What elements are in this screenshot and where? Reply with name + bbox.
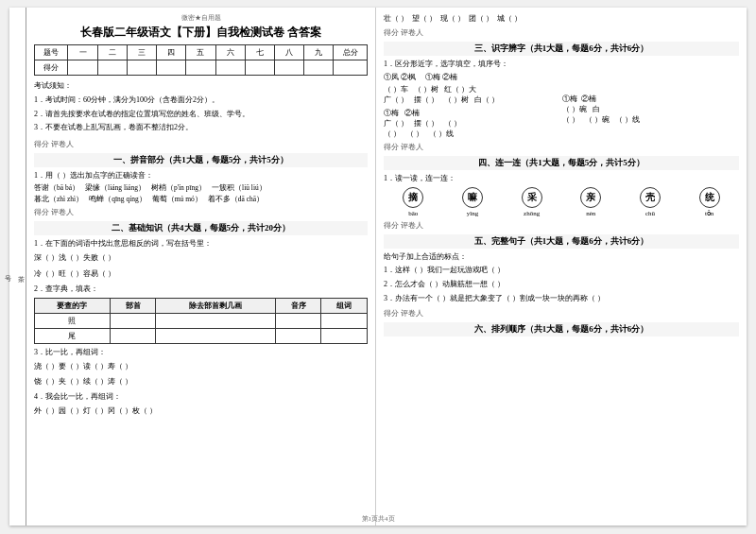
section5-title: 五、完整句子（共1大题，每题6分，共计6分） [384,234,739,249]
right-score-bar-2-text: 得分 评卷人 [384,142,423,152]
connect-circle-5: 统 [699,187,720,208]
section1-pinyin: 答谢（bā bá） 梁缘（liáng liáng） 树梢（p'ín pīng） … [34,183,368,193]
lookup-h2: 除去部首剩几画 [156,298,275,313]
lookup-h3: 音序 [275,298,321,313]
connect-item-3: 亲 nèn [580,187,601,217]
section3-grid: （ ）车 （ ）树 红（ ）大 广（ ） 摆（ ） （ ）树 白（ ） ①梅 ②… [384,84,739,139]
connect-pinyin-3: nèn [586,210,595,217]
score-row-6 [215,60,245,76]
blank-0: 壮（ ） [384,13,408,24]
left-margin: 茶 号 姓名 班级 学校 成绩（班戳） [9,8,26,525]
lookup-word-1 [321,328,368,343]
score-table: 题号 一 二 三 四 五 六 七 八 九 总分 得分 [34,44,368,76]
right-score-bar-1: 得分 评卷人 [384,27,739,38]
right-top-blanks: 壮（ ） 望（ ） 现（ ） 团（ ） 城（ ） [384,13,739,24]
lookup-h4: 组词 [321,298,368,313]
exam-page: 茶 号 姓名 班级 学校 成绩（班戳） 微密★自用题 长春版二年级语文【下册】自… [9,8,747,525]
score-bar-1-text: 得分 评卷人 [34,139,74,149]
pinyin-2: 树梢（p'ín pīng） [151,183,206,193]
left-column: 微密★自用题 长春版二年级语文【下册】自我检测试卷 含答案 题号 一 二 三 四… [26,8,376,525]
instructions-item-2: 3．不要在试卷上乱写乱画，卷面不整洁扣2分。 [34,122,368,134]
score-header-1: 一 [68,45,97,60]
section3-q1: 1．区分形近字，选字填空，填序号： [384,59,739,70]
connect-pinyin-0: bāo [408,210,418,217]
score-row-5 [186,60,215,76]
score-header-10: 总分 [334,45,368,60]
section3-title: 三、识字辨字（共1大题，每题6分，共计6分） [384,42,739,56]
section2-title: 二、基础知识（共4大题，每题5分，共计20分） [34,221,368,235]
connect-circle-1: 嘛 [462,187,483,208]
antonym-row-1: 深（ ）浅（ ）失败（ ） [34,251,368,265]
antonym-row-2: 冷（ ）旺（ ）容易（ ） [34,267,368,281]
score-row-10 [334,60,368,76]
pinyin-1: 梁缘（liáng liáng） [85,183,146,193]
section3-col1: （ ）车 （ ）树 红（ ）大 广（ ） 摆（ ） （ ）树 白（ ） ①梅 ②… [384,84,560,139]
instructions-item-0: 1．考试时间：60分钟，满分为100分（含卷面分2分）。 [34,95,368,107]
connect-item-1: 嘛 yīng [462,187,483,217]
lookup-word-0 [321,313,368,328]
instructions-item-1: 2．请首先按要求在试卷的指定位置填写您的姓名、班级、学号。 [34,109,368,121]
score-header-9: 九 [304,45,334,60]
page-footer: 第1页共4页 [362,514,395,524]
comp-0: 浇（ ）要（ ）读（ ）寿（ ） [34,360,132,373]
section2-q3: 3．比一比，再组词： [34,347,368,358]
connect-pinyin-2: zhōng [524,210,540,217]
score-row-0: 得分 [35,60,68,76]
pinyin-0: 答谢（bā bá） [34,183,79,193]
antonym-1: 冷（ ）旺（ ）容易（ ） [34,267,115,281]
lookup-order-1 [275,328,321,343]
section1-title: 一、拼音部分（共1大题，每题5分，共计5分） [34,153,368,167]
score-bar-2-text: 得分 评卷人 [34,207,74,217]
lookup-char-1: 尾 [35,328,111,343]
section2-q1: 1．在下面的词语中找出意思相反的词，写在括号里： [34,238,368,250]
score-bar-1: 得分 评卷人 [34,139,368,149]
doc-title: 长春版二年级语文【下册】自我检测试卷 含答案 [34,25,368,41]
comp-row-2: 饶（ ）夹（ ）续（ ）涛（ ） [34,375,368,388]
comp-1: 饶（ ）夹（ ）续（ ）涛（ ） [34,375,132,388]
right-score-bar-4: 得分 评卷人 [384,308,739,319]
pinyin-4: 暮北（zhì zhì） [34,195,83,204]
antonym-0: 深（ ）浅（ ）失败（ ） [34,251,115,265]
blank-2: 现（ ） [440,13,465,24]
lookup-header: 要查的字 部首 除去部首剩几画 音序 组词 [35,298,368,313]
score-row-2 [97,60,127,76]
lookup-order-0 [275,313,321,328]
score-row-4 [157,60,186,76]
section5-q1: 给句子加上合适的标点： [384,251,739,263]
lookup-h0: 要查的字 [35,298,111,313]
score-table-header-row: 题号 一 二 三 四 五 六 七 八 九 总分 [35,45,368,60]
right-score-bar-4-text: 得分 评卷人 [384,308,423,319]
connect-item-5: 统 tǒn [699,187,720,217]
pinyin-7: 着不多（dā chā） [208,195,264,204]
lookup-strokes-0 [156,313,275,328]
right-score-bar-2: 得分 评卷人 [384,142,739,152]
comp2-row-1: 外（ ）园（ ）灯（ ）冈（ ）枚（ ） [34,405,368,418]
lookup-strokes-1 [156,328,275,343]
score-header-5: 五 [186,45,215,60]
lookup-row-1: 尾 [35,328,368,343]
score-header-3: 三 [127,45,156,60]
instructions: 考试须知： 1．考试时间：60分钟，满分为100分（含卷面分2分）。 2．请首先… [34,80,368,134]
sentence-1: 2．怎么才会（ ）动脑筋想一想（ ） [384,279,739,291]
pinyin-5: 鸣蝉（qīng qíng） [89,195,146,204]
section2-q4: 4．我会比一比，再组词： [34,391,368,403]
lookup-row-0: 照 [35,313,368,328]
lookup-char-0: 照 [35,313,111,328]
blank-1: 望（ ） [412,13,437,24]
score-row-1 [68,60,97,76]
section6-title: 六、排列顺序（共1大题，每题6分，共计6分） [384,322,739,336]
connect-circle-4: 壳 [640,187,661,208]
instructions-label: 考试须知： [34,80,368,93]
watermark: 微密★自用题 [34,13,368,23]
comp-row-1: 浇（ ）要（ ）读（ ）寿（ ） [34,360,368,373]
score-row-9 [304,60,334,76]
right-score-bar-3: 得分 评卷人 [384,220,739,231]
lookup-h1: 部首 [110,298,156,313]
right-score-bar-3-text: 得分 评卷人 [384,220,423,231]
lookup-radical-1 [110,328,156,343]
sentence-2: 3．办法有一个（ ）就是把大象变了（ ）割成一块一块的再称（ ） [384,293,739,305]
pinyin-3: 一簇积（liū liú） [212,183,266,193]
connect-circle-2: 采 [522,187,542,208]
score-header-6: 六 [215,45,245,60]
connect-circle-3: 亲 [580,187,601,208]
